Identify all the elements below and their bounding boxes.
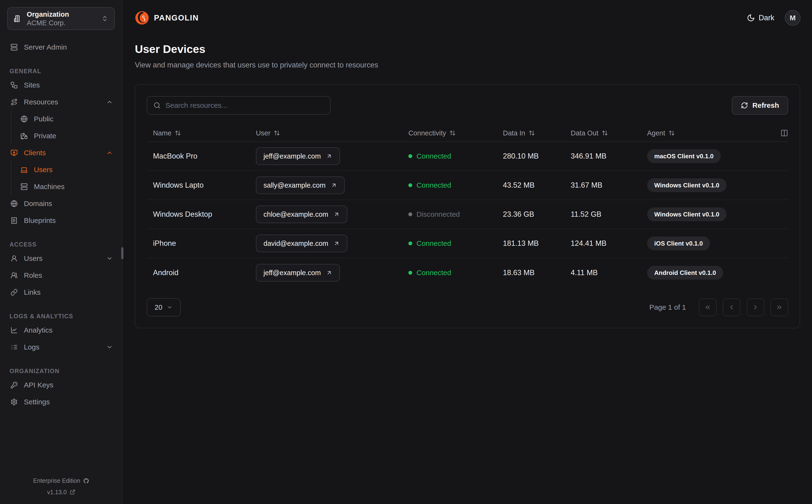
- search-input[interactable]: [165, 101, 324, 109]
- column-header-data-in[interactable]: Data In: [497, 129, 564, 137]
- sidebar-item-label: Private: [34, 132, 56, 140]
- organization-switcher[interactable]: Organization ACME Corp.: [7, 7, 115, 30]
- agent-badge: macOS Client v0.1.0: [647, 149, 721, 163]
- status-dot: [408, 183, 412, 187]
- connectivity-status: Connected: [408, 152, 497, 160]
- sidebar-item-label: Blueprints: [24, 216, 56, 225]
- column-header-data-out[interactable]: Data Out: [564, 129, 641, 137]
- sidebar-item-api-keys[interactable]: API Keys: [7, 376, 115, 393]
- devices-table: Name User Connectivity Data In Data Out: [147, 125, 788, 287]
- refresh-button[interactable]: Refresh: [732, 96, 788, 115]
- arrow-up-right-icon: [331, 182, 337, 188]
- agent-badge: Windows Client v0.1.0: [647, 207, 727, 221]
- user-icon: [10, 255, 18, 262]
- sidebar-item-logs[interactable]: Logs: [7, 339, 115, 355]
- sidebar-item-blueprints[interactable]: Blueprints: [7, 212, 115, 229]
- globe-lock-icon: [21, 132, 28, 139]
- avatar[interactable]: M: [785, 10, 801, 26]
- column-header-name[interactable]: Name: [147, 129, 250, 137]
- chevrons-up-down-icon: [101, 15, 108, 22]
- sidebar-item-label: Domains: [24, 200, 52, 208]
- table-row: Android jeff@example.com Connected 18.63…: [147, 258, 788, 287]
- data-out: 346.91 MB: [564, 152, 641, 160]
- page-size-select[interactable]: 20: [147, 298, 181, 316]
- sidebar-item-public[interactable]: Public: [11, 110, 115, 127]
- sidebar-item-sites[interactable]: Sites: [7, 77, 115, 93]
- user-link-button[interactable]: david@example.com: [256, 235, 347, 252]
- sidebar-item-clients-users[interactable]: Users: [11, 161, 115, 178]
- version-label[interactable]: v1.13.0: [47, 487, 67, 498]
- section-label-logs-analytics: LOGS & ANALYTICS: [7, 311, 115, 322]
- sort-icon: [175, 130, 181, 136]
- chevrons-right-icon: [776, 304, 783, 311]
- chevron-down-icon: [106, 344, 113, 350]
- user-link-button[interactable]: jeff@example.com: [256, 264, 340, 282]
- org-value: ACME Corp.: [27, 19, 96, 27]
- status-dot: [408, 242, 412, 245]
- arrow-up-right-icon: [326, 270, 332, 276]
- arrow-up-right-icon: [326, 153, 332, 159]
- devices-card: Refresh Name User Connectivity Data In: [135, 84, 800, 328]
- column-header-agent[interactable]: Agent: [641, 129, 767, 137]
- user-link-button[interactable]: jeff@example.com: [256, 147, 340, 165]
- topbar: PANGOLIN Dark M: [123, 0, 812, 36]
- refresh-icon: [741, 102, 748, 109]
- first-page-button[interactable]: [699, 298, 717, 316]
- previous-page-button[interactable]: [723, 298, 740, 316]
- sidebar-item-users[interactable]: Users: [7, 250, 115, 267]
- status-dot: [408, 212, 412, 216]
- server-icon: [10, 44, 18, 51]
- sort-icon: [669, 130, 675, 136]
- search-icon: [153, 102, 161, 109]
- column-visibility-button[interactable]: [781, 129, 788, 137]
- sidebar-item-label: Users: [34, 166, 52, 174]
- device-name: iPhone: [147, 239, 250, 248]
- brand[interactable]: PANGOLIN: [134, 10, 199, 26]
- chevron-up-icon: [106, 99, 113, 105]
- chevron-down-icon: [166, 304, 173, 310]
- sidebar-item-label: Machines: [34, 183, 64, 191]
- sidebar-item-analytics[interactable]: Analytics: [7, 322, 115, 339]
- chevron-up-icon: [106, 149, 113, 156]
- next-page-button[interactable]: [747, 298, 764, 316]
- server-icon: [21, 183, 28, 190]
- last-page-button[interactable]: [771, 298, 788, 316]
- gear-icon: [10, 398, 18, 406]
- avatar-initial: M: [790, 14, 796, 22]
- sidebar-item-label: Resources: [24, 98, 58, 106]
- sidebar-item-private[interactable]: Private: [11, 127, 115, 144]
- sidebar-item-links[interactable]: Links: [7, 284, 115, 301]
- table-row: Windows Lapto sally@example.com Connecte…: [147, 171, 788, 200]
- sidebar-item-label: API Keys: [24, 381, 53, 389]
- sidebar-item-label: Links: [24, 288, 41, 296]
- sidebar-item-settings[interactable]: Settings: [7, 393, 115, 410]
- sidebar-item-roles[interactable]: Roles: [7, 267, 115, 284]
- chevrons-left-icon: [704, 304, 711, 311]
- brand-name: PANGOLIN: [154, 13, 199, 22]
- columns-icon: [781, 129, 788, 137]
- search-box: [147, 96, 331, 115]
- device-name: MacBook Pro: [147, 152, 250, 160]
- column-header-user[interactable]: User: [250, 129, 402, 137]
- sidebar-item-clients[interactable]: Clients: [7, 144, 115, 161]
- sidebar-item-server-admin[interactable]: Server Admin: [7, 39, 115, 56]
- user-link-button[interactable]: chloe@example.com: [256, 206, 347, 223]
- building-icon: [14, 15, 21, 22]
- data-in: 181.13 MB: [497, 239, 564, 248]
- sidebar-item-domains[interactable]: Domains: [7, 195, 115, 212]
- table-row: MacBook Pro jeff@example.com Connected 2…: [147, 142, 788, 171]
- column-header-connectivity[interactable]: Connectivity: [402, 129, 497, 137]
- theme-toggle[interactable]: Dark: [747, 14, 774, 22]
- clients-children: Users Machines: [11, 161, 115, 195]
- refresh-label: Refresh: [752, 101, 779, 109]
- sort-icon: [449, 130, 456, 136]
- page-info: Page 1 of 1: [650, 303, 686, 311]
- user-link-button[interactable]: sally@example.com: [256, 176, 345, 194]
- sidebar-item-machines[interactable]: Machines: [11, 178, 115, 195]
- data-out: 31.67 MB: [564, 181, 641, 190]
- github-icon[interactable]: [83, 478, 89, 484]
- sidebar-item-label: Roles: [24, 271, 42, 279]
- external-link-icon[interactable]: [70, 489, 75, 495]
- main-content: User Devices View and manage devices tha…: [123, 36, 812, 504]
- sidebar-item-resources[interactable]: Resources: [7, 93, 115, 110]
